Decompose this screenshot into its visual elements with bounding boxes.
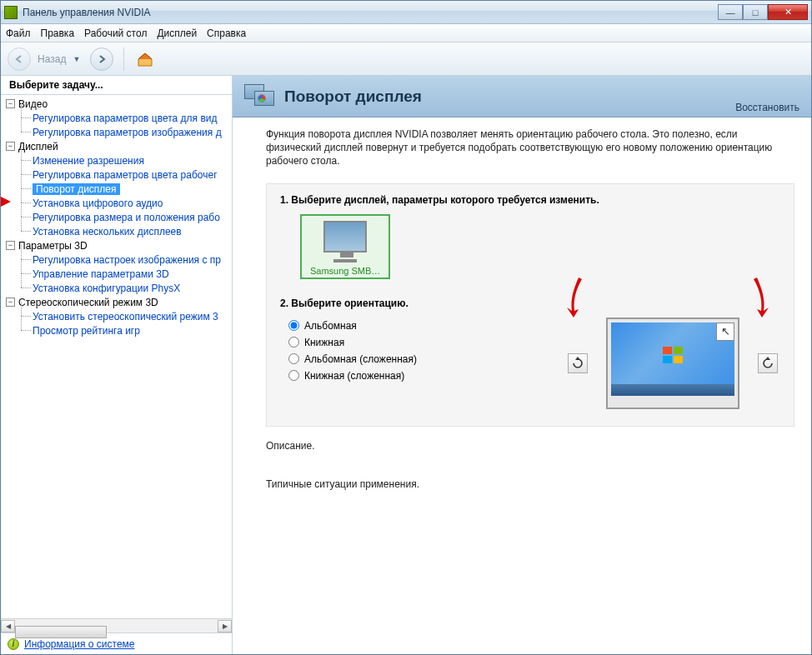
orientation-preview: ↖ — [606, 318, 739, 409]
tree-link[interactable]: Установка цифрового аудио — [33, 198, 163, 209]
scroll-left-icon[interactable]: ◀ — [1, 620, 15, 632]
tree-collapse-icon[interactable]: − — [6, 142, 15, 151]
titlebar: Панель управления NVIDIA — □ ✕ — [1, 1, 811, 24]
toolbar: Назад ▼ — [1, 42, 811, 76]
scroll-right-icon[interactable]: ▶ — [218, 620, 232, 632]
nvidia-app-icon — [4, 6, 18, 19]
tutorial-arrow-right-icon — [747, 274, 779, 323]
tree-link[interactable]: Регулировка размера и положения рабо — [33, 212, 220, 223]
tree-leaf[interactable]: Поворот дисплея — [18, 182, 232, 196]
tree-group-label: Параметры 3D — [18, 240, 88, 252]
orientation-radio[interactable] — [288, 337, 299, 348]
page-title: Поворот дисплея — [284, 88, 422, 106]
rotate-display-icon — [244, 84, 274, 109]
step2-title: 2. Выберите ориентацию. — [280, 298, 780, 309]
orientation-label: Книжная — [304, 337, 344, 348]
tree-group-label: Видео — [18, 98, 48, 110]
tree-group[interactable]: −Параметры 3D — [1, 238, 232, 252]
tree-leaf[interactable]: Установка конфигурации PhysX — [18, 281, 232, 295]
orientation-radio[interactable] — [288, 353, 299, 364]
tree-leaf[interactable]: Регулировка параметров цвета для вид — [18, 111, 232, 125]
forward-button[interactable] — [90, 48, 113, 71]
display-name: Samsung SMB… — [310, 266, 380, 276]
orientation-radio[interactable] — [288, 370, 299, 381]
tree-link[interactable]: Просмотр рейтинга игр — [33, 325, 140, 337]
description-label: Описание. — [266, 440, 794, 452]
rotate-ccw-button[interactable] — [568, 353, 588, 373]
menu-desktop[interactable]: Рабочий стол — [84, 28, 147, 39]
tutorial-arrow-left-icon — [557, 274, 589, 323]
orientation-option[interactable]: Книжная (сложенная) — [288, 368, 555, 384]
orientation-label: Альбомная (сложенная) — [304, 353, 417, 365]
tree-link[interactable]: Установка конфигурации PhysX — [33, 282, 180, 294]
orientation-radio[interactable] — [288, 320, 299, 331]
back-button[interactable] — [8, 48, 31, 71]
info-icon: i — [8, 638, 19, 650]
minimize-button[interactable]: — — [718, 4, 743, 20]
rotate-corner-icon: ↖ — [716, 322, 734, 341]
step1-title: 1. Выберите дисплей, параметры которого … — [280, 194, 780, 206]
restore-link[interactable]: Восстановить — [735, 102, 799, 113]
main-panel: Поворот дисплея Восстановить Функция пов… — [233, 76, 811, 654]
tree-link[interactable]: Регулировка параметров изображения д — [33, 127, 222, 138]
menu-display[interactable]: Дисплей — [157, 28, 197, 39]
display-thumbnail[interactable]: Samsung SMB… — [300, 214, 390, 279]
arrow-right-icon — [96, 54, 108, 64]
tree-link[interactable]: Регулировка параметров цвета рабочег — [33, 169, 218, 181]
scrollbar-thumb[interactable] — [15, 626, 107, 638]
system-info-link[interactable]: Информация о системе — [24, 638, 134, 650]
home-icon — [136, 51, 154, 68]
tree-collapse-icon[interactable]: − — [6, 241, 15, 250]
sidebar: Выберите задачу... −ВидеоРегулировка пар… — [1, 76, 233, 654]
rotate-ccw-icon — [571, 357, 584, 370]
tree-group[interactable]: −Дисплей — [1, 139, 232, 153]
tree-link[interactable]: Регулировка параметров цвета для вид — [33, 112, 217, 124]
tree-group[interactable]: −Стереоскопический режим 3D — [1, 295, 232, 309]
horizontal-scrollbar[interactable]: ◀ ▶ — [1, 618, 232, 632]
description-text: Функция поворота дисплея NVIDIA позволяе… — [266, 128, 794, 168]
tree-leaf[interactable]: Регулировка настроек изображения с пр — [18, 252, 232, 267]
tree-link[interactable]: Установить стереоскопический режим 3 — [33, 311, 218, 322]
orientation-option[interactable]: Альбомная — [288, 318, 555, 334]
tree-leaf[interactable]: Управление параметрами 3D — [18, 267, 232, 281]
tree-link[interactable]: Поворот дисплея — [33, 183, 120, 195]
toolbar-divider — [123, 48, 124, 71]
tree-leaf[interactable]: Установка цифрового аудио — [18, 196, 232, 210]
tree-collapse-icon[interactable]: − — [6, 298, 15, 307]
menu-help[interactable]: Справка — [207, 28, 246, 39]
orientation-option[interactable]: Книжная — [288, 334, 555, 351]
tree-collapse-icon[interactable]: − — [6, 99, 15, 108]
home-button[interactable] — [134, 50, 156, 68]
orientation-label: Альбомная — [304, 320, 357, 332]
tree-link[interactable]: Изменение разрешения — [33, 155, 144, 167]
rotate-cw-button[interactable] — [758, 353, 778, 373]
tree-leaf[interactable]: Регулировка размера и положения рабо — [18, 210, 232, 224]
back-dropdown-icon[interactable]: ▼ — [73, 55, 80, 63]
tree-leaf[interactable]: Регулировка параметров цвета рабочег — [18, 168, 232, 182]
tree-group-label: Стереоскопический режим 3D — [18, 297, 158, 308]
tree-link[interactable]: Управление параметрами 3D — [33, 268, 169, 280]
orientation-option[interactable]: Альбомная (сложенная) — [288, 351, 555, 368]
tree-link[interactable]: Установка нескольких дисплеев — [33, 226, 182, 238]
menubar: Файл Правка Рабочий стол Дисплей Справка — [1, 24, 811, 42]
monitor-icon — [323, 221, 367, 252]
orientation-radios: АльбомнаяКнижнаяАльбомная (сложенная)Кни… — [288, 318, 555, 384]
tree-leaf[interactable]: Просмотр рейтинга игр — [18, 323, 232, 338]
menu-file[interactable]: Файл — [6, 28, 31, 39]
orientation-label: Книжная (сложенная) — [304, 370, 404, 382]
tree-leaf[interactable]: Установить стереоскопический режим 3 — [18, 309, 232, 323]
tree-leaf[interactable]: Регулировка параметров изображения д — [18, 125, 232, 139]
close-button[interactable]: ✕ — [768, 4, 808, 20]
settings-box: 1. Выберите дисплей, параметры которого … — [266, 183, 794, 427]
rotate-cw-icon — [761, 357, 774, 370]
maximize-button[interactable]: □ — [743, 4, 768, 20]
sidebar-header: Выберите задачу... — [1, 76, 232, 95]
usage-label: Типичные ситуации применения. — [266, 478, 794, 490]
tutorial-arrow-icon — [1, 196, 11, 208]
menu-edit[interactable]: Правка — [41, 28, 75, 39]
tree-leaf[interactable]: Изменение разрешения — [18, 153, 232, 168]
tree-leaf[interactable]: Установка нескольких дисплеев — [18, 224, 232, 238]
windows-logo-icon — [663, 347, 683, 363]
tree-link[interactable]: Регулировка настроек изображения с пр — [33, 254, 221, 266]
tree-group[interactable]: −Видео — [1, 97, 232, 111]
